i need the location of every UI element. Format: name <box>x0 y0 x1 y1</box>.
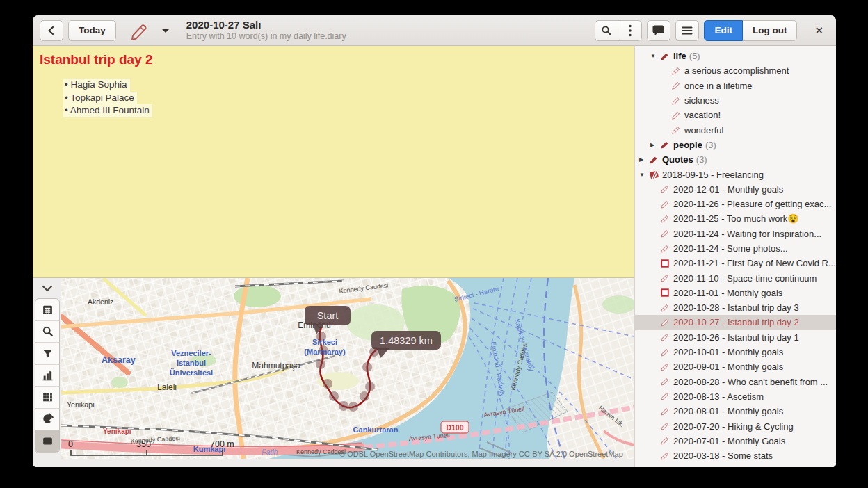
sidebar-tree[interactable]: ▼life(5)a serious accomplishmentonce in … <box>634 46 836 467</box>
panel-chart-button[interactable] <box>35 365 59 387</box>
pencil-outline-icon <box>660 303 673 313</box>
pencil-icon <box>128 21 149 40</box>
panel-view-buttons <box>35 298 60 453</box>
tree-row[interactable]: 2020-11-10 - Space-time continuum <box>635 270 836 285</box>
table-icon <box>42 391 54 403</box>
close-button[interactable]: ✕ <box>809 24 829 37</box>
tree-row[interactable]: 2020-11-01 - Monthly goals <box>635 286 836 300</box>
map-view[interactable]: Akdeniz Aksaray Vezneciler- İstanbul Üni… <box>61 278 634 467</box>
tree-label: 2020-11-10 - Space-time continuum <box>673 273 817 284</box>
tree-row[interactable]: a serious accomplishment <box>635 63 836 78</box>
tree-label: 2020-07-01 - Monthly Goals <box>673 436 785 446</box>
tree-row[interactable]: 2020-10-28 - Istanbul trip day 3 <box>635 300 836 315</box>
tree-row[interactable]: 2020-07-01 - Monthly Goals <box>635 434 836 448</box>
tree-label: 2020-01-15 - Some stats <box>673 465 773 467</box>
search-icon <box>601 25 612 36</box>
bookmarks-button[interactable] <box>647 20 670 41</box>
pencil-outline-icon <box>671 81 684 90</box>
map-label: Sirkeci <box>312 338 337 346</box>
tree-row[interactable]: 2020-11-26 - Pleasure of getting exac... <box>635 197 836 211</box>
pencil-solid-icon <box>649 155 661 165</box>
panel-table-button[interactable] <box>35 387 59 409</box>
tree-row[interactable]: 2020-08-13 - Ascetism <box>635 389 836 404</box>
expander-icon[interactable]: ▼ <box>650 53 660 59</box>
tree-row[interactable]: 2020-03-18 - Some stats <box>635 448 836 463</box>
tree-row[interactable]: vacation! <box>635 108 836 122</box>
tree-row[interactable]: 2020-01-15 - Some stats <box>635 463 836 467</box>
panel-filter-button[interactable] <box>35 343 59 365</box>
tree-label: 2020-08-01 - Monthly goals <box>673 406 783 416</box>
tree-row[interactable]: 2020-11-25 - Too much work😵 <box>635 211 836 226</box>
tree-row[interactable]: 2020-10-01 - Monthly goals <box>635 345 836 359</box>
pencil-outline-icon <box>660 421 673 431</box>
tree-label: people <box>673 140 702 150</box>
map-canvas: Akdeniz Aksaray Vezneciler- İstanbul Üni… <box>61 278 634 459</box>
tree-label: 2020-10-27 - Istanbul trip day 2 <box>673 317 799 327</box>
panel-theme-button[interactable] <box>35 409 59 431</box>
main-menu-button[interactable] <box>675 20 699 41</box>
caret-down-icon <box>161 27 170 34</box>
pencil-outline-icon <box>671 66 684 76</box>
logout-button[interactable]: Log out <box>743 20 797 41</box>
map-label: Aksaray <box>102 355 136 365</box>
tree-row[interactable]: 2020-08-01 - Monthly goals <box>635 404 836 418</box>
panel-map-button[interactable] <box>35 430 59 453</box>
tree-row[interactable]: once in a lifetime <box>635 79 836 93</box>
pencil-outline-icon <box>660 318 673 327</box>
tree-row[interactable]: 2020-11-24 - Some photos... <box>635 241 836 256</box>
pencil-outline-icon <box>660 273 673 283</box>
panel-search-button[interactable] <box>35 321 59 343</box>
tree-label: 2020-11-01 - Monthly goals <box>673 288 782 298</box>
svg-text:1.48329 km: 1.48329 km <box>380 335 433 346</box>
tree-row[interactable]: 2020-09-01 - Monthly goals <box>635 359 836 374</box>
tree-row[interactable]: 2020-10-27 - Istanbul trip day 2 <box>635 315 836 330</box>
tree-row[interactable]: 2020-11-21 - First Day of New Covid R... <box>635 256 836 270</box>
map-label: Fatih <box>262 448 278 456</box>
map-flag-icon <box>42 435 54 447</box>
map-label: (Marmaray) <box>304 348 346 356</box>
expander-icon[interactable]: ▶ <box>639 156 649 163</box>
edit-entry-pencil-button[interactable] <box>127 19 150 42</box>
tree-label: 2020-10-28 - Istanbul trip day 3 <box>673 302 799 313</box>
tree-row[interactable]: sickness <box>635 93 836 108</box>
edit-button[interactable]: Edit <box>704 20 743 41</box>
map-label: Akdeniz <box>88 298 113 306</box>
tree-row[interactable]: ▼2018-09-15 - Freelancing <box>635 167 836 181</box>
diary-app-window: Today 2020-10-27 Salı Entry with 10 word… <box>33 15 836 467</box>
bar-chart-icon <box>42 369 54 381</box>
tree-label: 2020-09-01 - Monthly goals <box>673 361 783 372</box>
tree-label: 2020-11-26 - Pleasure of getting exac... <box>673 199 831 209</box>
search-button[interactable] <box>595 20 618 41</box>
tree-count: (5) <box>689 51 700 61</box>
tree-row[interactable]: 2020-10-26 - Istanbul trip day 1 <box>635 330 836 345</box>
today-button[interactable]: Today <box>68 20 116 41</box>
pencil-outline-icon <box>671 111 684 120</box>
expander-icon[interactable]: ▼ <box>639 172 649 178</box>
tree-row[interactable]: 2020-07-20 - Hiking & Cycling <box>635 418 836 433</box>
nav-dropdown-button[interactable] <box>159 19 172 42</box>
tree-row[interactable]: ▶Quotes(3) <box>635 152 836 167</box>
back-button[interactable] <box>40 20 63 41</box>
tree-row[interactable]: ▶people(3) <box>635 138 836 152</box>
pencil-outline-icon <box>660 362 673 372</box>
panel-toolbar <box>33 278 61 467</box>
more-menu-button[interactable] <box>618 20 642 41</box>
panel-collapse-button[interactable] <box>40 282 54 295</box>
tree-label: 2018-09-15 - Freelancing <box>662 170 764 180</box>
list-item: Ahmed III Fountain <box>63 104 634 117</box>
expander-icon[interactable]: ▶ <box>650 142 660 148</box>
pencil-outline-icon <box>660 436 673 446</box>
main-column: Istanbul trip day 2 Hagia Sophia Topkapi… <box>33 46 634 467</box>
pencil-outline-icon <box>671 125 684 135</box>
tree-row[interactable]: wonderful <box>635 122 836 137</box>
red-square-icon <box>660 288 673 298</box>
tree-label: 2020-08-13 - Ascetism <box>673 391 764 402</box>
tree-row[interactable]: ▼life(5) <box>635 49 836 63</box>
tree-row[interactable]: 2020-08-28 - Who can't benefit from ... <box>635 375 836 389</box>
tree-row[interactable]: 2020-12-01 - Monthly goals <box>635 182 836 197</box>
kebab-menu-icon <box>628 24 632 37</box>
entry-view[interactable]: Istanbul trip day 2 Hagia Sophia Topkapi… <box>33 46 634 278</box>
tree-row[interactable]: 2020-11-24 - Waiting for Inspiration... <box>635 227 836 241</box>
panel-calendar-button[interactable] <box>35 299 59 321</box>
pencil-outline-icon <box>660 466 673 467</box>
